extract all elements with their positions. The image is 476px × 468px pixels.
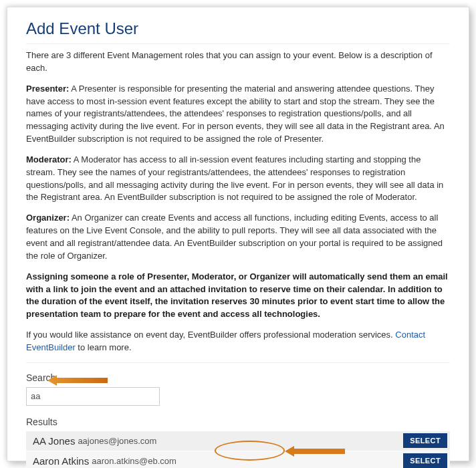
organizer-paragraph: Organizer: An Organizer can create Event… bbox=[26, 212, 450, 262]
page-title: Add Event User bbox=[26, 19, 450, 38]
presenter-label: Presenter: bbox=[26, 84, 69, 94]
result-email: aajones@jones.com bbox=[78, 436, 156, 446]
assist-pre: If you would like assistance on event da… bbox=[26, 330, 395, 340]
organizer-text: An Organizer can create Events and acces… bbox=[26, 213, 443, 261]
result-row: AA Jones aajones@jones.com SELECT bbox=[26, 431, 450, 451]
search-label: Search bbox=[26, 372, 450, 383]
presenter-text: A Presenter is responsible for presentin… bbox=[26, 84, 445, 144]
select-button[interactable]: SELECT bbox=[403, 433, 447, 448]
organizer-label: Organizer: bbox=[26, 213, 70, 223]
intro-text: There are 3 different Event Management r… bbox=[26, 49, 450, 75]
add-event-user-panel: Add Event User There are 3 different Eve… bbox=[7, 7, 469, 461]
result-name: Aaron Atkins bbox=[33, 455, 89, 467]
search-input[interactable] bbox=[26, 387, 160, 406]
result-row: Aaron Atkins aaron.atkins@eb.com SELECT bbox=[26, 451, 450, 468]
select-button[interactable]: SELECT bbox=[403, 453, 447, 468]
result-email: aaron.atkins@eb.com bbox=[92, 456, 176, 466]
moderator-text: A Moderator has access to all in-session… bbox=[26, 154, 443, 203]
assign-note: Assigning someone a role of Presenter, M… bbox=[26, 271, 450, 321]
results-label: Results bbox=[26, 417, 450, 427]
search-section: Search Results AA Jones aajones@jones.co… bbox=[26, 362, 450, 468]
moderator-paragraph: Moderator: A Moderator has access to all… bbox=[26, 154, 450, 204]
result-name: AA Jones bbox=[33, 435, 75, 447]
moderator-label: Moderator: bbox=[26, 154, 72, 164]
description-block: There are 3 different Event Management r… bbox=[26, 43, 450, 354]
presenter-paragraph: Presenter: A Presenter is responsible fo… bbox=[26, 83, 450, 146]
assist-paragraph: If you would like assistance on event da… bbox=[26, 329, 450, 354]
assist-post: to learn more. bbox=[76, 342, 132, 352]
